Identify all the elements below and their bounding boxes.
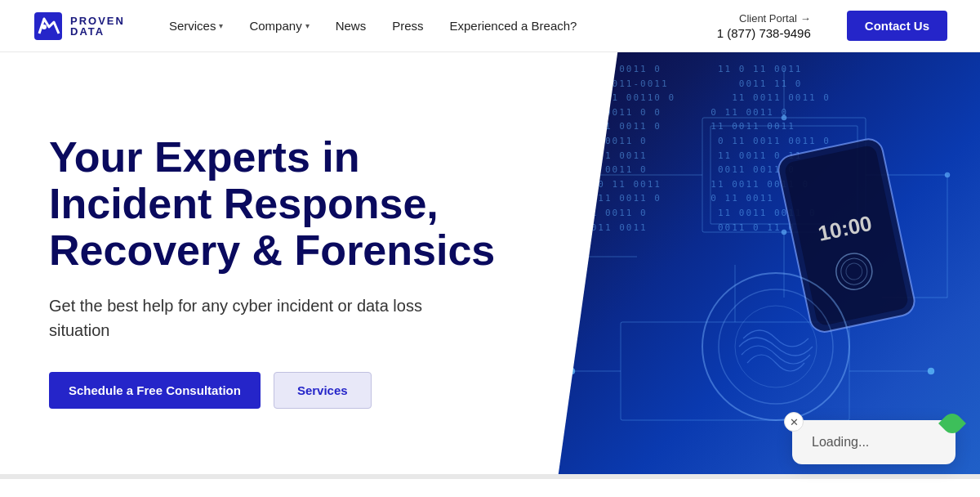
svg-point-13 — [945, 172, 950, 177]
navbar-right-info: Client Portal → 1 (877) 738-9496 — [717, 12, 811, 40]
services-button[interactable]: Services — [274, 372, 372, 409]
svg-point-15 — [782, 230, 786, 235]
binary-overlay: 0 11 0011 0011 0 11 0 11 0011 11-0 11-00… — [539, 52, 980, 474]
binary-row: 11 0011 0011 0 11 0011 0011 0 — [549, 206, 970, 221]
svg-point-26 — [839, 256, 870, 287]
hero-image-bg: 0 11 0011 0011 0 11 0 11 0011 11-0 11-00… — [539, 52, 980, 474]
svg-rect-2 — [702, 118, 866, 232]
nav-press[interactable]: Press — [381, 12, 434, 39]
loading-text: Loading... — [812, 435, 869, 450]
binary-row: 11 11 0011 00110 0 11 0011 0011 0 — [549, 91, 970, 105]
svg-point-29 — [719, 289, 833, 404]
binary-row: 0011 0 11 0011 0 0 11 0011 — [549, 191, 970, 206]
navbar-left: PROVEN DATA Services ▾ Company ▾ News Pr… — [33, 11, 588, 42]
bottom-bar — [0, 474, 980, 479]
svg-point-28 — [702, 273, 849, 420]
binary-row: 11 0011 0011 0 0 11 0011 0011 0 — [549, 134, 970, 149]
nav-services[interactable]: Services ▾ — [158, 12, 235, 39]
svg-point-21 — [568, 368, 575, 374]
nav-news[interactable]: News — [324, 12, 378, 39]
logo-data: DATA — [70, 26, 125, 37]
close-icon[interactable]: ✕ — [784, 412, 804, 432]
contact-button[interactable]: Contact Us — [847, 11, 947, 41]
loading-popup: ✕ Loading... — [792, 420, 956, 464]
hero-subtitle: Get the best help for any cyber incident… — [49, 293, 425, 343]
logo-proven: PROVEN — [70, 16, 125, 26]
binary-row: 11 0011 0011 0 0011 0011 0 — [549, 163, 970, 177]
hero-title: Your Experts in Incident Response, Recov… — [49, 134, 506, 275]
nav-company[interactable]: Company ▾ — [238, 12, 320, 39]
binary-row: 0 11 0011 0011 0011 0 11 0 — [549, 221, 970, 235]
hero-image: 0 11 0011 0011 0 11 0 11 0011 11-0 11-00… — [539, 52, 980, 474]
client-portal-link[interactable]: Client Portal → — [739, 12, 811, 25]
nav-links: Services ▾ Company ▾ News Press Experien… — [158, 12, 589, 39]
chevron-down-icon: ▾ — [219, 21, 223, 30]
navbar-right-group: Client Portal → 1 (877) 738-9496 Contact… — [717, 11, 947, 41]
svg-point-12 — [577, 172, 582, 177]
nav-breach[interactable]: Experienced a Breach? — [439, 12, 589, 39]
svg-text:10:00: 10:00 — [816, 211, 874, 246]
svg-rect-3 — [710, 126, 858, 224]
svg-point-20 — [928, 368, 934, 374]
binary-row: 0011 0 11 0011 0 11 0011 0011 — [549, 119, 970, 134]
svg-rect-22 — [776, 137, 917, 334]
binary-row: 0 11 0011 0011 0 11 0 11 0011 — [549, 62, 970, 77]
hero-buttons: Schedule a Free Consultation Services — [49, 372, 506, 409]
phone-number: 1 (877) 738-9496 — [717, 26, 811, 40]
binary-row: 1 0011 0 11 0011 11 0011 0011 0 — [549, 177, 970, 192]
binary-row: 11-0 11-0011-0011 0011 11 0 — [549, 77, 970, 92]
binary-row: 0 11 0011 0011 11 0011 0 11 — [549, 149, 970, 163]
logo[interactable]: PROVEN DATA — [33, 11, 125, 42]
chevron-down-icon: ▾ — [305, 21, 310, 30]
hero-image-wrapper: 0 11 0011 0011 0 11 0 11 0011 11-0 11-00… — [539, 52, 980, 474]
svg-point-27 — [844, 262, 864, 281]
logo-text: PROVEN DATA — [70, 16, 125, 37]
binary-row: 11 0011 0011 0 0 0 11 0011 0 — [549, 105, 970, 120]
svg-point-25 — [833, 250, 875, 293]
arrow-icon: → — [800, 12, 811, 25]
schedule-consultation-button[interactable]: Schedule a Free Consultation — [49, 372, 261, 409]
svg-rect-16 — [621, 322, 849, 420]
logo-icon — [33, 11, 64, 42]
svg-point-14 — [782, 115, 786, 120]
svg-point-30 — [735, 306, 817, 387]
hero-section: Your Experts in Incident Response, Recov… — [0, 52, 980, 474]
navbar: PROVEN DATA Services ▾ Company ▾ News Pr… — [0, 0, 980, 52]
circuit-svg: 10:00 — [539, 52, 980, 474]
hero-content: Your Experts in Incident Response, Recov… — [0, 52, 539, 474]
svg-rect-23 — [783, 144, 909, 326]
svg-point-1 — [42, 25, 47, 29]
